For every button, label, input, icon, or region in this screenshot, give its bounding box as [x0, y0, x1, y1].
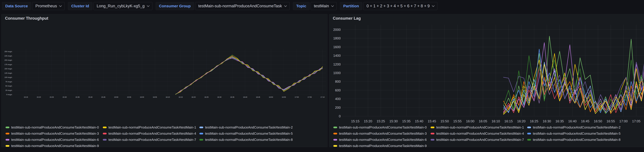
panel-title-consumer-lag[interactable]: Consumer Lag: [333, 16, 361, 21]
series-color-swatch: [430, 127, 434, 128]
series-label: testMain-sub-normalProduceAndConsumeTask…: [108, 138, 196, 142]
filter-value-dropdown-topic[interactable]: testMain: [311, 2, 337, 10]
series-label: testMain-sub-normalProduceAndConsumeTask…: [11, 138, 99, 142]
x-tick-label: 17:05: [308, 96, 312, 98]
y-tick-label: 75 msg/s: [6, 81, 12, 83]
series-color-swatch: [430, 139, 434, 141]
filter-value-dropdown-consumer-group[interactable]: testMain-sub-normalProduceAndConsumeTask: [195, 2, 290, 10]
series-color-swatch: [200, 133, 203, 134]
legend-item-consumer-throughput-1[interactable]: testMain-sub-normalProduceAndConsumeTask…: [103, 125, 200, 129]
y-tick-label: 200 msg/s: [4, 59, 12, 61]
series-color-swatch: [527, 139, 531, 141]
legend-item-consumer-lag-7[interactable]: testMain-sub-normalProduceAndConsumeTask…: [430, 138, 527, 142]
filter-cluster-id: Cluster IdLong_Run_cybLkyK-xg5_g: [68, 2, 152, 10]
x-tick-label: 16:45: [581, 119, 590, 123]
legend-item-consumer-throughput-0[interactable]: testMain-sub-normalProduceAndConsumeTask…: [6, 125, 103, 129]
x-tick-label: 16:20: [517, 119, 526, 123]
series-color-swatch: [333, 127, 337, 128]
legend-item-consumer-lag-4[interactable]: testMain-sub-normalProduceAndConsumeTask…: [430, 132, 527, 136]
legend-item-consumer-throughput-2[interactable]: testMain-sub-normalProduceAndConsumeTask…: [200, 125, 325, 129]
legend-item-consumer-lag-9[interactable]: testMain-sub-normalProduceAndConsumeTask…: [333, 144, 430, 147]
x-tick-label: 15:30: [389, 119, 398, 123]
filter-value-dropdown-data-source[interactable]: Prometheus: [32, 2, 65, 10]
consumer-lag-chart[interactable]: 15:1515:2015:2515:3015:3515:4015:4515:50…: [330, 21, 644, 126]
panels-row: Consumer Throughput15:1515:2015:2515:301…: [1, 14, 644, 147]
legend-item-consumer-throughput-7[interactable]: testMain-sub-normalProduceAndConsumeTask…: [103, 138, 200, 142]
dashboard-toolbar: Data SourcePrometheusCluster IdLong_Run_…: [2, 2, 644, 10]
x-tick-label: 15:20: [37, 96, 41, 98]
y-tick-label: 1400: [333, 54, 341, 58]
x-tick-label: 16:25: [530, 119, 538, 123]
legend-item-consumer-throughput-5[interactable]: testMain-sub-normalProduceAndConsumeTask…: [200, 132, 325, 136]
x-tick-label: 16:35: [556, 119, 564, 123]
legend-item-consumer-lag-1[interactable]: testMain-sub-normalProduceAndConsumeTask…: [430, 125, 527, 129]
filter-value-dropdown-partition[interactable]: 0 + 1 + 2 + 3 + 4 + 5 + 6 + 7 + 8 + 9: [363, 2, 438, 10]
y-tick-label: 1200: [333, 62, 341, 66]
filter-value-dropdown-cluster-id[interactable]: Long_Run_cybLkyK-xg5_g: [94, 2, 152, 10]
chevron-down-icon: [59, 4, 62, 7]
legend-item-consumer-lag-2[interactable]: testMain-sub-normalProduceAndConsumeTask…: [527, 125, 644, 129]
filter-value-text: 0 + 1 + 2 + 3 + 4 + 5 + 6 + 7 + 8 + 9: [366, 4, 430, 8]
x-tick-label: 16:40: [568, 119, 577, 123]
series-label: testMain-sub-normalProduceAndConsumeTask…: [436, 138, 524, 142]
x-tick-label: 16:10: [492, 119, 500, 123]
x-tick-label: 17:05: [632, 119, 640, 123]
series-label: testMain-sub-normalProduceAndConsumeTask…: [533, 138, 620, 142]
chevron-down-icon: [432, 4, 434, 7]
series-color-swatch: [6, 133, 10, 134]
x-tick-label: 15:30: [62, 96, 66, 98]
series-color-swatch: [6, 145, 10, 147]
x-tick-label: 16:25: [204, 96, 208, 98]
series-color-swatch: [200, 139, 203, 141]
series-label: testMain-sub-normalProduceAndConsumeTask…: [205, 138, 293, 142]
consumer-throughput-chart[interactable]: 15:1515:2015:2515:3015:3515:4015:4515:50…: [2, 21, 326, 126]
x-tick-label: 15:35: [402, 119, 410, 123]
x-tick-label: 15:15: [351, 119, 360, 123]
legend-item-consumer-throughput-8[interactable]: testMain-sub-normalProduceAndConsumeTask…: [200, 138, 325, 142]
legend-item-consumer-lag-3[interactable]: testMain-sub-normalProduceAndConsumeTask…: [333, 132, 430, 136]
x-tick-label: 16:30: [543, 119, 551, 123]
y-tick-label: 800: [335, 79, 341, 83]
filter-label-partition: Partition: [340, 2, 362, 10]
series-color-swatch: [200, 127, 203, 128]
y-tick-label: 175 msg/s: [4, 64, 12, 66]
filter-label-data-source: Data Source: [2, 2, 31, 10]
y-tick-label: 25 msg/s: [6, 89, 12, 91]
chevron-down-icon: [331, 4, 334, 7]
series-line-0: [176, 57, 322, 95]
legend-item-consumer-throughput-9[interactable]: testMain-sub-normalProduceAndConsumeTask…: [6, 144, 103, 147]
filter-label-cluster-id: Cluster Id: [68, 2, 92, 10]
legend-item-consumer-throughput-3[interactable]: testMain-sub-normalProduceAndConsumeTask…: [6, 132, 103, 136]
legend-item-consumer-throughput-6[interactable]: testMain-sub-normalProduceAndConsumeTask…: [6, 138, 103, 142]
legend-item-consumer-lag-8[interactable]: testMain-sub-normalProduceAndConsumeTask…: [527, 138, 644, 142]
legend-item-consumer-lag-5[interactable]: testMain-sub-normalProduceAndConsumeTask…: [527, 132, 644, 136]
series-label: testMain-sub-normalProduceAndConsumeTask…: [339, 125, 427, 129]
series-color-swatch: [333, 145, 337, 147]
series-label: testMain-sub-normalProduceAndConsumeTask…: [533, 132, 620, 136]
panel-title-consumer-throughput[interactable]: Consumer Throughput: [5, 16, 48, 21]
y-tick-label: 1000: [333, 71, 341, 75]
x-tick-label: 15:40: [88, 96, 92, 98]
series-line-6: [176, 56, 322, 94]
y-tick-label: 1800: [333, 36, 341, 40]
series-label: testMain-sub-normalProduceAndConsumeTask…: [436, 132, 524, 136]
legend-item-consumer-throughput-4[interactable]: testMain-sub-normalProduceAndConsumeTask…: [103, 132, 200, 136]
legend-item-consumer-lag-0[interactable]: testMain-sub-normalProduceAndConsumeTask…: [333, 125, 430, 129]
consumer-lag-legend: testMain-sub-normalProduceAndConsumeTask…: [333, 125, 644, 147]
series-label: testMain-sub-normalProduceAndConsumeTask…: [205, 125, 293, 129]
x-tick-label: 16:15: [504, 119, 513, 123]
legend-item-consumer-lag-6[interactable]: testMain-sub-normalProduceAndConsumeTask…: [333, 138, 430, 142]
y-tick-label: 50 msg/s: [6, 85, 12, 87]
series-label: testMain-sub-normalProduceAndConsumeTask…: [339, 138, 427, 142]
y-tick-label: 1600: [333, 45, 341, 49]
y-tick-label: 100 msg/s: [4, 76, 12, 78]
y-tick-label: 125 msg/s: [4, 72, 12, 74]
series-label: testMain-sub-normalProduceAndConsumeTask…: [11, 144, 99, 147]
consumer-throughput-legend: testMain-sub-normalProduceAndConsumeTask…: [6, 125, 325, 147]
x-tick-label: 16:30: [217, 96, 222, 98]
x-tick-label: 16:50: [594, 119, 602, 123]
y-tick-label: 0 msg/s: [6, 94, 12, 95]
x-tick-label: 17:00: [619, 119, 628, 123]
filter-value-text: testMain: [314, 4, 329, 8]
series-color-swatch: [333, 139, 337, 141]
